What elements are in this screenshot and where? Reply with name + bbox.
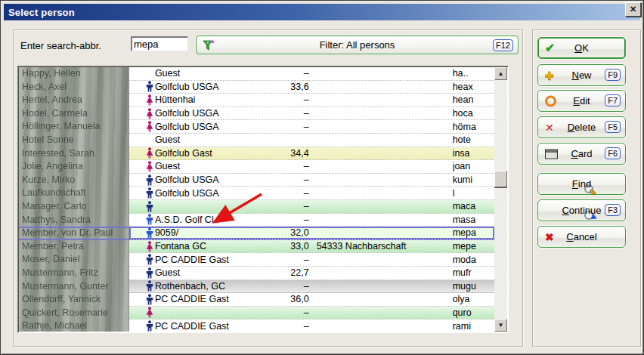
table-row[interactable]: PC CADDIE Gast – rami xyxy=(129,320,494,332)
abbr-cell: rami xyxy=(453,321,494,332)
abbr-cell: heax xyxy=(453,82,494,92)
scrollbar-thumb[interactable] xyxy=(494,171,507,187)
abbr-cell: quro xyxy=(453,307,494,318)
club-cell: Fontana GC xyxy=(155,241,274,252)
table-row[interactable]: Golfclub USGA – höma xyxy=(129,120,494,134)
person-name[interactable]: Höllinger, Manuela xyxy=(19,120,128,134)
person-name[interactable]: Matthys, Sandra xyxy=(19,214,128,227)
find-button[interactable]: Find xyxy=(537,173,626,195)
table-row[interactable]: Golfclub USGA 33,6 heax xyxy=(129,81,494,94)
handicap-cell: – xyxy=(274,215,309,225)
person-name[interactable]: Laufkundschaft xyxy=(19,187,128,200)
person-name[interactable]: Member, Petra xyxy=(19,240,128,254)
card-button[interactable]: Card F6 xyxy=(537,143,626,165)
person-name[interactable]: Member, von Dr. Paul xyxy=(19,227,128,240)
handicap-cell: – xyxy=(274,161,309,171)
fkey-badge: F7 xyxy=(605,94,621,106)
person-name[interactable]: Hodel, Carmela xyxy=(19,107,128,121)
table-row[interactable]: Guest hote xyxy=(129,134,494,147)
table-row[interactable]: 9059/ 32,0 mepa xyxy=(129,227,494,240)
window-title: Select person xyxy=(4,7,75,18)
handicap-cell: 22,7 xyxy=(274,267,309,278)
filter-button[interactable]: Filter: All persons F12 xyxy=(196,36,519,54)
table-row[interactable]: Guest 22,7 mufr xyxy=(129,267,494,280)
table-row[interactable]: Hüttenhai – hean xyxy=(129,94,494,107)
table-row[interactable]: Guest – ha.. xyxy=(129,67,494,81)
person-name[interactable]: Moser, Daniel xyxy=(19,253,128,267)
club-cell: Guest xyxy=(155,68,274,79)
person-name[interactable]: Mustermann, Fritz xyxy=(19,267,128,280)
abbr-cell: mufr xyxy=(453,267,494,278)
handicap-cell: 33,6 xyxy=(274,82,309,92)
person-gender-icon xyxy=(146,121,153,132)
table-row[interactable]: – quro xyxy=(129,307,494,320)
abbr-cell: ha.. xyxy=(453,68,494,79)
person-gender-icon xyxy=(146,214,153,225)
table-row[interactable]: Golfclub USGA – hoca xyxy=(129,107,494,121)
edit-button[interactable]: Edit F7 xyxy=(537,90,626,112)
person-name[interactable]: Hotel Sonne xyxy=(19,134,128,147)
handicap-cell: – xyxy=(274,255,309,265)
names-pane: Happy, Hellen Heck, Axel Hertel, Andrea … xyxy=(19,67,129,332)
person-name[interactable]: Ollendorff, Yannick xyxy=(19,293,128,307)
select-person-dialog: Select person ✕ Enter search-abbr. Filte… xyxy=(0,0,644,355)
club-cell: Golfclub Gast xyxy=(155,148,274,159)
table-row[interactable]: Golfclub USGA – l xyxy=(129,187,494,200)
new-button[interactable]: New F9 xyxy=(537,64,626,86)
scroll-down-icon[interactable]: ▼ xyxy=(494,319,507,332)
scrollbar[interactable]: ▲ ▼ xyxy=(494,67,507,332)
person-gender-icon xyxy=(146,174,153,186)
handicap-cell: 34,4 xyxy=(274,148,309,159)
table-row[interactable]: PC CADDIE Gast – moda xyxy=(129,253,494,267)
abbr-cell: höma xyxy=(453,122,494,132)
table-row[interactable]: Rothenbach, GC – mugu xyxy=(129,280,494,294)
search-input[interactable] xyxy=(131,36,188,51)
filter-fkey-badge: F12 xyxy=(493,39,513,51)
person-name[interactable]: Happy, Hellen xyxy=(19,67,128,81)
person-name[interactable]: Rathje, Michael xyxy=(19,320,128,332)
table-row[interactable]: – maca xyxy=(129,200,494,214)
list-rows: Guest – ha.. Golfclub USGA 33,6 heax Hüt… xyxy=(129,67,494,332)
abbr-cell: kumi xyxy=(453,174,494,185)
scroll-up-icon[interactable]: ▲ xyxy=(494,67,507,80)
person-gender-icon xyxy=(146,108,153,119)
abbr-cell: masa xyxy=(453,215,494,225)
table-row[interactable]: PC CADDIE Gast 36,0 olya xyxy=(129,293,494,307)
handicap-cell: – xyxy=(274,281,309,292)
abbr-cell: maca xyxy=(453,201,494,211)
person-name[interactable]: Hertel, Andrea xyxy=(19,94,128,107)
person-name[interactable]: Kurze, Mirko xyxy=(19,174,128,187)
club-cell: Golfclub USGA xyxy=(155,122,274,132)
club-cell: Golfclub USGA xyxy=(155,82,274,92)
abbr-cell: mepa xyxy=(453,227,494,238)
handicap-cell: – xyxy=(274,201,309,211)
abbr-cell: l xyxy=(453,188,494,199)
table-row[interactable]: Fontana GC 33,0 54333 Nachbarschaft mepe xyxy=(129,240,494,254)
person-name[interactable]: Quickert, Rosemarie xyxy=(19,307,128,320)
handicap-cell: – xyxy=(274,122,309,132)
table-row[interactable]: Guest – joan xyxy=(129,160,494,174)
cancel-button[interactable]: Cancel xyxy=(537,226,626,248)
titlebar[interactable]: Select person xyxy=(4,4,640,20)
extra-info-cell: 54333 Nachbarschaft xyxy=(309,241,453,252)
person-gender-icon xyxy=(146,320,153,332)
delete-button[interactable]: Delete F5 xyxy=(537,116,626,138)
club-cell: Rothenbach, GC xyxy=(155,281,274,292)
person-name[interactable]: Manager, Carlo xyxy=(19,200,128,214)
abbr-cell: hean xyxy=(453,94,494,105)
ok-button[interactable]: OK xyxy=(537,37,626,59)
table-row[interactable]: A.S.D. Golf Cl – masa xyxy=(129,214,494,227)
person-name[interactable]: Mustermann, Gunter xyxy=(19,280,128,294)
continue-button[interactable]: Continue F3 xyxy=(537,199,626,221)
person-name[interactable]: Heck, Axel xyxy=(19,81,128,94)
person-name[interactable]: Interested, Sarah xyxy=(19,147,128,161)
table-row[interactable]: Golfclub USGA – kumi xyxy=(129,174,494,187)
person-gender-icon xyxy=(146,201,153,212)
person-gender-icon xyxy=(146,94,153,106)
close-icon[interactable]: ✕ xyxy=(625,2,641,17)
person-name[interactable]: Jolie, Angelina xyxy=(19,160,128,174)
table-row[interactable]: Golfclub Gast 34,4 insa xyxy=(129,147,494,161)
abbr-cell: mepe xyxy=(453,241,494,252)
fkey-badge: F9 xyxy=(605,69,621,81)
person-gender-icon xyxy=(146,187,153,199)
